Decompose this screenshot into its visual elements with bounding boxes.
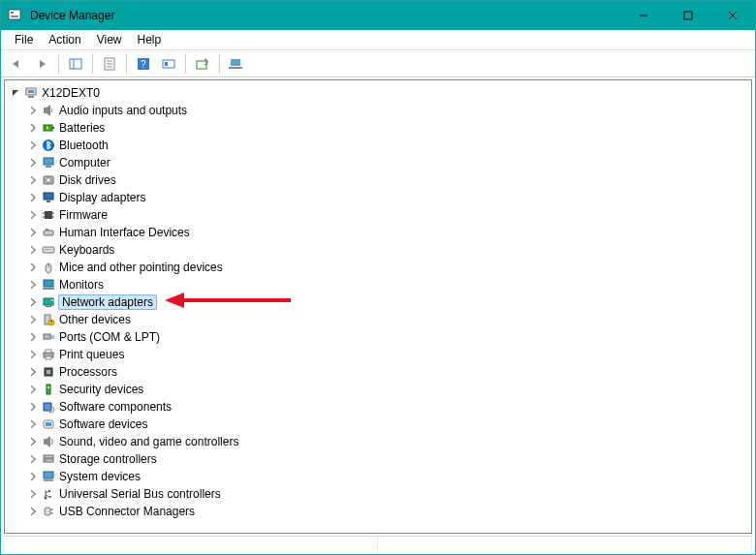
properties-button[interactable]: [98, 53, 121, 75]
chevron-right-icon[interactable]: [26, 385, 40, 393]
chevron-right-icon[interactable]: [26, 473, 40, 480]
chevron-right-icon[interactable]: [26, 490, 40, 498]
svg-rect-4: [684, 12, 692, 19]
category-label: Firmware: [57, 206, 108, 224]
chevron-right-icon[interactable]: [26, 351, 40, 358]
chevron-right-icon[interactable]: [26, 211, 40, 219]
category-disk[interactable]: Disk drives: [5, 171, 751, 189]
category-label: Security devices: [57, 381, 143, 398]
category-storage[interactable]: Storage controllers: [5, 450, 751, 468]
menu-action[interactable]: Action: [41, 31, 88, 48]
chevron-right-icon[interactable]: [26, 281, 40, 289]
category-chip[interactable]: Firmware: [5, 206, 751, 224]
chevron-right-icon[interactable]: [26, 508, 40, 515]
svg-point-65: [50, 409, 52, 411]
category-display[interactable]: Display adapters: [5, 189, 751, 206]
svg-point-72: [45, 460, 46, 461]
usb-icon: [40, 487, 57, 501]
chevron-right-icon[interactable]: [26, 438, 40, 446]
svg-rect-22: [28, 96, 34, 98]
category-label: Universal Serial Bus controllers: [57, 485, 221, 503]
bluetooth-icon: [40, 139, 57, 152]
menu-view[interactable]: View: [89, 31, 130, 48]
swd-icon: [40, 417, 57, 431]
chevron-right-icon[interactable]: [26, 298, 40, 306]
storage-icon: [40, 452, 57, 466]
category-label: Bluetooth: [57, 137, 109, 154]
chip-icon: [40, 208, 57, 222]
svg-rect-42: [47, 249, 47, 250]
system-icon: [40, 470, 57, 483]
category-mouse[interactable]: Mice and other pointing devices: [5, 259, 751, 276]
chevron-right-icon[interactable]: [26, 176, 40, 184]
category-port[interactable]: Ports (COM & LPT): [5, 328, 751, 346]
chevron-right-icon[interactable]: [26, 263, 40, 271]
device-tree-pane[interactable]: X12DEXT0Audio inputs and outputsBatterie…: [4, 79, 752, 534]
toolbar-separator: [219, 54, 220, 74]
chevron-down-icon[interactable]: [9, 89, 22, 97]
help-button[interactable]: ?: [132, 53, 155, 75]
devices-button[interactable]: [225, 53, 248, 75]
category-keyboard[interactable]: Keyboards: [5, 241, 751, 259]
svg-rect-41: [45, 249, 46, 250]
chevron-right-icon[interactable]: [26, 229, 40, 236]
category-usb[interactable]: Universal Serial Bus controllers: [5, 485, 751, 503]
show-tree-button[interactable]: [64, 53, 87, 75]
chevron-right-icon[interactable]: [26, 403, 40, 411]
svg-rect-27: [44, 158, 53, 165]
category-sound[interactable]: Sound, video and game controllers: [5, 433, 751, 450]
update-driver-button[interactable]: [157, 53, 180, 75]
maximize-button[interactable]: [666, 1, 710, 30]
category-system[interactable]: System devices: [5, 468, 751, 485]
chevron-right-icon[interactable]: [26, 368, 40, 376]
chevron-right-icon[interactable]: [26, 107, 40, 114]
chevron-right-icon[interactable]: [26, 316, 40, 324]
svg-rect-61: [47, 385, 50, 394]
chevron-right-icon[interactable]: [26, 333, 40, 341]
chevron-right-icon[interactable]: [26, 194, 40, 201]
chevron-right-icon[interactable]: [26, 159, 40, 167]
status-cell: [4, 537, 378, 553]
svg-rect-32: [47, 200, 50, 202]
menu-help[interactable]: Help: [130, 31, 170, 48]
category-bluetooth[interactable]: Bluetooth: [5, 137, 751, 154]
category-usbconn[interactable]: USB Connector Managers: [5, 503, 751, 520]
forward-button[interactable]: [30, 53, 53, 75]
chevron-right-icon[interactable]: [26, 420, 40, 428]
svg-rect-0: [9, 10, 20, 19]
category-security[interactable]: Security devices: [5, 381, 751, 398]
chevron-right-icon[interactable]: [26, 246, 40, 254]
scan-hardware-button[interactable]: [191, 53, 214, 75]
monitor-icon: [40, 278, 57, 292]
category-label: Human Interface Devices: [57, 224, 190, 241]
close-button[interactable]: [710, 1, 755, 30]
security-icon: [40, 383, 57, 396]
category-swd[interactable]: Software devices: [5, 416, 751, 433]
category-printer[interactable]: Print queues: [5, 346, 751, 363]
category-other[interactable]: ?Other devices: [5, 311, 751, 328]
toolbar-separator: [185, 54, 186, 74]
category-speaker[interactable]: Audio inputs and outputs: [5, 102, 751, 119]
category-network[interactable]: Network adapters: [5, 293, 751, 311]
category-computer[interactable]: Computer: [5, 154, 751, 171]
svg-rect-49: [44, 298, 53, 305]
category-hid[interactable]: Human Interface Devices: [5, 224, 751, 241]
chevron-right-icon[interactable]: [26, 124, 40, 132]
category-cpu[interactable]: Processors: [5, 363, 751, 381]
port-icon: [40, 330, 57, 344]
window-title: Device Manager: [28, 9, 621, 22]
chevron-right-icon[interactable]: [26, 141, 40, 149]
svg-rect-15: [163, 60, 174, 68]
category-battery[interactable]: Batteries: [5, 119, 751, 137]
menu-file[interactable]: File: [7, 31, 41, 48]
chevron-right-icon[interactable]: [26, 455, 40, 463]
category-monitor[interactable]: Monitors: [5, 276, 751, 293]
toolbar: ?: [1, 50, 755, 77]
tree-root[interactable]: X12DEXT0: [5, 84, 751, 102]
minimize-button[interactable]: [621, 1, 666, 30]
device-tree[interactable]: X12DEXT0Audio inputs and outputsBatterie…: [5, 82, 751, 520]
back-button[interactable]: [5, 53, 28, 75]
svg-rect-60: [47, 370, 50, 374]
category-swc[interactable]: Software components: [5, 398, 751, 416]
mouse-icon: [40, 261, 57, 274]
